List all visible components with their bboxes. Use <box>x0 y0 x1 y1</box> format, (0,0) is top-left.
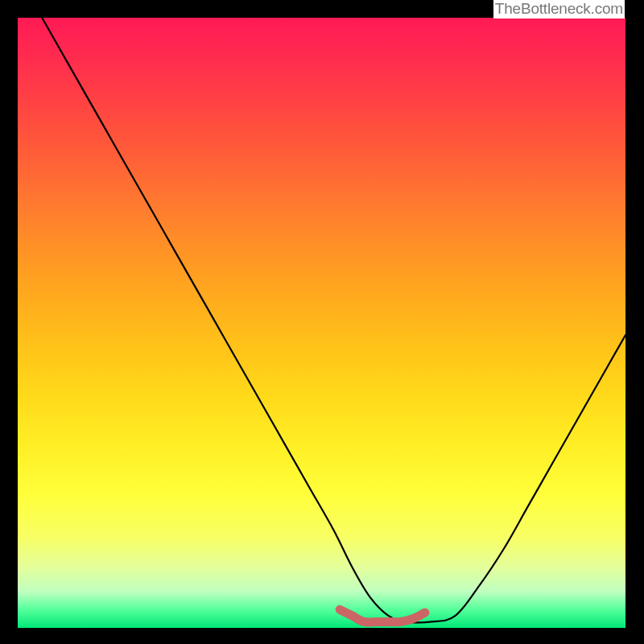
chart-frame: TheBottleneck.com <box>0 0 644 644</box>
watermark-label: TheBottleneck.com <box>493 0 625 19</box>
chart-gradient-background <box>18 18 625 628</box>
